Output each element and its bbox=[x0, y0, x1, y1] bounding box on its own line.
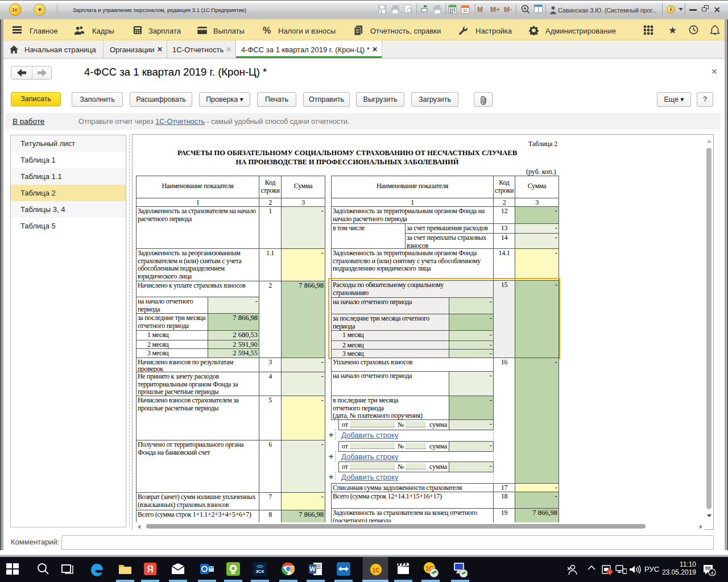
svg-text:1С: 1С bbox=[373, 567, 380, 573]
svg-text:3CX: 3CX bbox=[256, 569, 264, 574]
svg-text:4: 4 bbox=[710, 570, 713, 576]
svg-text:!: ! bbox=[609, 570, 610, 575]
svg-text:31: 31 bbox=[463, 9, 468, 13]
svg-text:W: W bbox=[309, 566, 316, 572]
svg-text:Я: Я bbox=[147, 564, 154, 574]
